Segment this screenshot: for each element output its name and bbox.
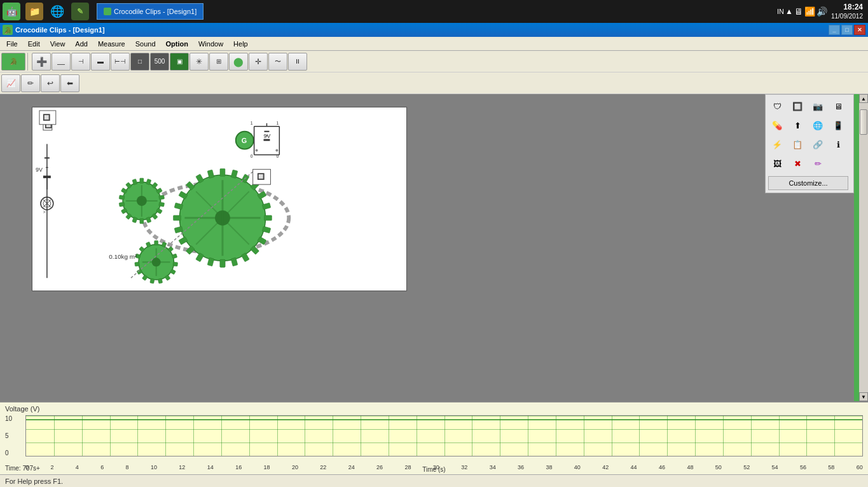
svg-text:G: G (242, 137, 247, 144)
tb2-graph[interactable]: 📈 (1, 74, 20, 92)
tb2-back[interactable]: ⬅ (60, 74, 79, 92)
menu-option[interactable]: Option (161, 37, 193, 50)
ft-icon-10[interactable]: 📋 (789, 135, 806, 153)
tb-comp5[interactable]: 500 (150, 53, 169, 71)
tb2-edit[interactable]: ✏ (21, 74, 40, 92)
y-label-10: 10 (5, 415, 12, 422)
taskbar-app4[interactable]: ✎ (69, 0, 92, 23)
canvas-area[interactable]: 9V ✕ 🔲 (0, 94, 868, 401)
right-scrollbar[interactable]: ▲ ▼ (859, 94, 868, 401)
taskbar-chrome[interactable]: 🌐 (46, 0, 69, 23)
ft-icon-11[interactable]: 🔗 (809, 135, 827, 153)
window-title: Crocodile Clips - [Design1] (15, 26, 829, 34)
menu-measure[interactable]: Measure (93, 37, 130, 50)
clock-area[interactable]: 18:24 11/09/2012 (831, 2, 868, 22)
ft-icon-2[interactable]: 🔲 (789, 97, 806, 115)
svg-text:0: 0 (251, 154, 253, 158)
chart-grid (25, 415, 863, 456)
svg-rect-39 (174, 216, 181, 221)
tb-comp8[interactable]: ⊞ (209, 53, 228, 71)
ft-icon-7[interactable]: 🌐 (809, 116, 827, 134)
tb-comp7[interactable]: ✳ (189, 53, 209, 71)
ft-icon-5[interactable]: 💊 (768, 116, 786, 134)
tb-comp4[interactable]: □ (130, 53, 149, 71)
circuit-svg: 9V ✕ 🔲 (32, 107, 406, 291)
svg-text:✕: ✕ (43, 210, 46, 214)
chart-signal-svg (26, 416, 863, 456)
tray-icon3: 🔊 (816, 6, 827, 17)
ft-icon-13[interactable]: 🖼 (768, 154, 786, 172)
tb-comp2[interactable]: ▬ (91, 53, 110, 71)
svg-text:9V: 9V (36, 167, 43, 173)
tb-comp3[interactable]: ⊢⊣ (111, 53, 130, 71)
minimize-button[interactable]: _ (829, 25, 840, 35)
ft-icon-3[interactable]: 📷 (809, 97, 827, 115)
taskbar-android[interactable]: 🤖 (0, 0, 23, 23)
taskbar-window-btn[interactable]: Crocodile Clips - [Design1] (97, 3, 203, 20)
tray-arrow: ▲ (785, 7, 793, 16)
ft-icon-4[interactable]: 🖥 (829, 97, 847, 115)
ft-icon-12[interactable]: ℹ (829, 135, 847, 153)
tb-comp10[interactable]: ✛ (249, 53, 268, 71)
svg-rect-63 (119, 195, 125, 200)
scroll-thumb[interactable] (860, 109, 867, 135)
scroll-track[interactable] (859, 103, 868, 392)
x-50: 50 (715, 464, 722, 470)
svg-rect-62 (119, 202, 125, 207)
taskbar-window-title: Crocodile Clips - [Design1] (114, 8, 196, 15)
scroll-up[interactable]: ▲ (859, 94, 868, 103)
tb-wire[interactable]: ⎯⎯ (52, 53, 71, 71)
x-52: 52 (743, 464, 750, 470)
ft-icon-15[interactable]: ✏ (809, 154, 827, 172)
ft-icon-16[interactable] (829, 154, 847, 172)
svg-rect-49 (140, 178, 144, 183)
tb2-undo[interactable]: ↩ (41, 74, 60, 92)
ft-icon-8[interactable]: 📱 (829, 116, 847, 134)
y-label-0: 0 (5, 449, 12, 456)
svg-rect-27 (265, 216, 272, 221)
tray-icon2: 📶 (804, 6, 815, 17)
svg-rect-4 (43, 175, 51, 178)
tb-comp11[interactable]: 〜 (268, 53, 287, 71)
svg-text:1: 1 (276, 121, 279, 125)
scroll-down[interactable]: ▼ (859, 392, 868, 401)
tb-comp6[interactable]: ▣ (170, 53, 189, 71)
ft-customize-button[interactable]: Customize... (768, 176, 848, 190)
ft-icon-14[interactable]: ✖ (789, 154, 806, 172)
menu-view[interactable]: View (45, 37, 71, 50)
taskbar-top: 🤖 📁 🌐 ✎ Crocodile Clips - [Design1] IN ▲… (0, 0, 868, 23)
app-window: 🐊 Crocodile Clips - [Design1] _ □ ✕ File… (0, 23, 868, 487)
tb-comp12[interactable]: ⏸ (288, 53, 307, 71)
x-14: 14 (207, 464, 214, 470)
close-button[interactable]: ✕ (854, 25, 865, 35)
ft-icon-9[interactable]: ⚡ (768, 135, 786, 153)
tb-croc[interactable]: 🐊 (1, 53, 25, 71)
green-bar[interactable] (854, 94, 859, 401)
tb-plus[interactable]: ➕ (32, 53, 51, 71)
app-icon: 🐊 (3, 25, 13, 35)
tb-comp1[interactable]: ⊣ (71, 53, 90, 71)
window-controls: _ □ ✕ (829, 25, 865, 35)
x-54: 54 (772, 464, 778, 470)
taskbar-folder[interactable]: 📁 (23, 0, 46, 23)
x-48: 48 (687, 464, 693, 470)
x-6: 6 (100, 464, 104, 470)
tb-comp9[interactable]: ⬤ (229, 53, 248, 71)
svg-point-102 (256, 149, 258, 152)
menu-add[interactable]: Add (70, 37, 93, 50)
clock-time: 18:24 (831, 2, 863, 13)
x-4: 4 (76, 464, 79, 470)
ft-icon-6[interactable]: ⬆ (789, 116, 806, 134)
menu-window[interactable]: Window (193, 37, 228, 50)
svg-text:🔲: 🔲 (257, 172, 265, 181)
ft-icon-1[interactable]: 🛡 (768, 97, 786, 115)
tray-lang: IN (777, 8, 784, 15)
menu-file[interactable]: File (1, 37, 23, 50)
y-axis-labels: 10 5 0 (5, 415, 12, 456)
chart-title: Voltage (V) (5, 405, 39, 413)
svg-rect-58 (140, 219, 144, 224)
menu-edit[interactable]: Edit (23, 37, 45, 50)
maximize-button[interactable]: □ (841, 25, 853, 35)
menu-sound[interactable]: Sound (130, 37, 161, 50)
menu-help[interactable]: Help (228, 37, 253, 50)
